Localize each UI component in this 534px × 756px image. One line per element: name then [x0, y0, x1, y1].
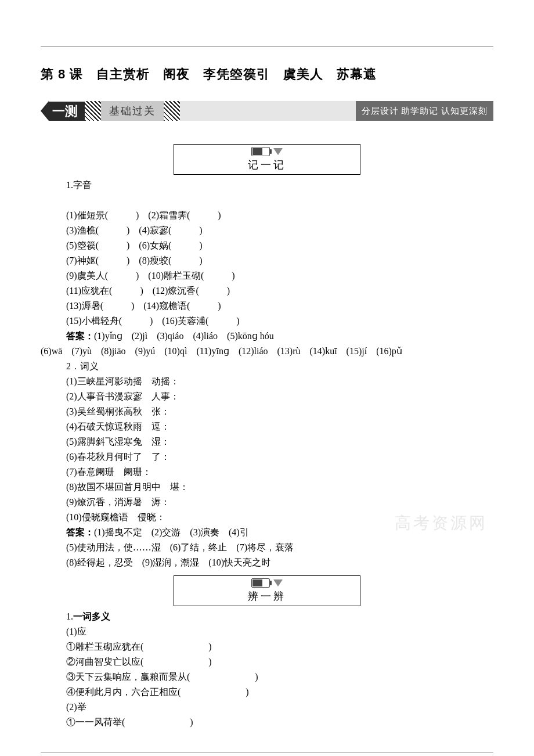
battery-icon	[251, 578, 270, 588]
ciyi-item: (10)侵晓窥檐语 侵晓：	[66, 510, 493, 524]
heading-ciyi: 2．词义	[66, 359, 493, 373]
ying-item: ③天下云集响应，赢粮而景从( )	[66, 670, 493, 684]
ying-item: ①雕栏玉砌应犹在( )	[66, 640, 493, 654]
sub-box-bianyibian: 辨一辨	[174, 575, 360, 606]
ziyin-item: (9)虞美人( ) (10)雕栏玉砌( )	[66, 269, 493, 283]
ziyin-item: (1)催短景( ) (2)霜雪霁( )	[66, 208, 493, 222]
ciyi-item: (1)三峡星河影动摇 动摇：	[66, 375, 493, 388]
ziyin-item: (5)箜篌( ) (6)女娲( )	[66, 239, 493, 253]
triangle-down-icon	[273, 148, 283, 155]
ying-item: ②河曲智叟亡以应( )	[66, 655, 493, 669]
ziyin-item: (3)渔樵( ) (4)寂寥( )	[66, 224, 493, 237]
heading-ziyin: 1.字音	[66, 178, 493, 192]
page-footer: - 1 -	[41, 753, 493, 756]
banner-arrow-icon	[41, 101, 49, 121]
heading-num: 1.	[66, 611, 73, 621]
banner-spacer	[180, 101, 356, 121]
ziyin-answer-line2: (6)wā (7)yù (8)jiāo (9)yú (10)qì (11)yīn…	[41, 344, 493, 358]
heading-text: 一词多义	[73, 611, 110, 621]
ciyi-item: (3)吴丝蜀桐张高秋 张：	[66, 405, 493, 419]
ciyi-answer-1: (1)摇曳不定 (2)交游 (3)演奏 (4)引	[94, 527, 249, 537]
banner-left-label: 一测	[49, 102, 85, 121]
lesson-title: 第 8 课 自主赏析 阁夜 李凭箜篌引 虞美人 苏幕遮	[41, 64, 493, 84]
ju-item: ①一一风荷举( )	[66, 715, 493, 729]
ziyin-item: (15)小楫轻舟( ) (16)芙蓉浦( )	[66, 314, 493, 328]
ciyi-item: (5)露脚斜飞湿寒兔 湿：	[66, 435, 493, 449]
ziyin-item: (7)神妪( ) (8)瘦蛟( )	[66, 254, 493, 268]
banner-hatch-left	[85, 101, 101, 121]
ciyi-item: (6)春花秋月何时了 了：	[66, 450, 493, 464]
ciyi-answer-line1: 答案：(1)摇曳不定 (2)交游 (3)演奏 (4)引	[66, 525, 493, 539]
ciyi-item: (7)春意阑珊 阑珊：	[66, 465, 493, 479]
ciyi-item: (4)石破天惊逗秋雨 逗：	[66, 420, 493, 434]
sub-label-2: 辨一辨	[174, 589, 360, 604]
banner-right-label: 分层设计 助学助记 认知更深刻	[356, 101, 494, 121]
ziyin-answer-line1: 答案：(1)yǐnɡ (2)jì (3)qiáo (4)liáo (5)kōnɡ…	[66, 329, 493, 343]
ciyi-item: (2)人事音书漫寂寥 人事：	[66, 390, 493, 404]
answer-label: 答案：	[66, 331, 94, 341]
sub-box-jiyiji: 记一记	[174, 144, 360, 175]
ziyin-item: (13)溽暑( ) (14)窥檐语( )	[66, 299, 493, 313]
ciyi-item: (8)故国不堪回首月明中 堪：	[66, 480, 493, 494]
triangle-down-icon	[273, 579, 283, 586]
group-ju: (2)举	[66, 700, 493, 714]
sub-label-1: 记一记	[174, 157, 360, 173]
banner-mid-label: 基础过关	[101, 101, 164, 121]
ciyi-answer-line3: (8)经得起，忍受 (9)湿润，潮湿 (10)快天亮之时	[66, 556, 493, 570]
ciyi-item: (9)燎沉香，消溽暑 溽：	[66, 495, 493, 509]
ying-item: ④便利此月内，六合正相应( )	[66, 685, 493, 699]
blank-line	[66, 193, 493, 207]
ciyi-answer-line2: (5)使动用法，使……湿 (6)了结，终止 (7)将尽，衰落	[66, 541, 493, 555]
banner-hatch-right	[164, 101, 180, 121]
group-ying: (1)应	[66, 625, 493, 639]
ziyin-item: (11)应犹在( ) (12)燎沉香( )	[66, 284, 493, 298]
heading-yiciduoyi: 1.一词多义	[66, 610, 493, 624]
ziyin-answer-1: (1)yǐnɡ (2)jì (3)qiáo (4)liáo (5)kōnɡ hó…	[94, 331, 274, 341]
section-banner: 一测 基础过关 分层设计 助学助记 认知更深刻	[41, 101, 493, 121]
battery-icon	[251, 147, 270, 156]
answer-label: 答案：	[66, 527, 94, 537]
top-rule	[41, 46, 493, 47]
